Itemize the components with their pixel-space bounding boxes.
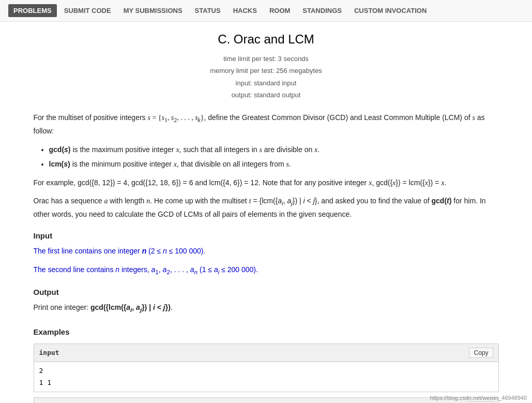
input-line-2: 1 1 [39, 377, 493, 389]
input-type: input: standard input [34, 77, 499, 89]
input-example-content: 2 1 1 [34, 362, 498, 391]
input-description-2: The second line contains n integers, a1,… [34, 264, 499, 277]
nav-my-submissions[interactable]: MY SUBMISSIONS [118, 4, 188, 17]
problem-meta: time limit per test: 3 seconds memory li… [34, 53, 499, 101]
input-example-box: input Copy 2 1 1 [34, 344, 499, 392]
output-example-label: output [39, 401, 64, 403]
main-content: C. Orac and LCM time limit per test: 3 s… [13, 22, 520, 403]
input-copy-button[interactable]: Copy [469, 348, 493, 358]
output-description: Print one integer: gcd({lcm({ai, aj}) | … [34, 302, 499, 315]
gcd-definition: gcd(s) is the maximum positive integer x… [49, 144, 499, 156]
output-type: output: standard output [34, 89, 499, 101]
nav-custom-invocation[interactable]: CUSTOM INVOCATION [349, 4, 432, 17]
nav-submit-code[interactable]: SUBMIT CODE [59, 4, 116, 17]
input-section-title: Input [34, 229, 499, 243]
input-line-1: 2 [39, 365, 493, 377]
problem-statement: Orac has a sequence a with length n. He … [34, 195, 499, 220]
nav-hacks[interactable]: HACKS [228, 4, 262, 17]
memory-limit: memory limit per test: 256 megabytes [34, 65, 499, 77]
problem-title: C. Orac and LCM [34, 32, 499, 47]
example-paragraph: For example, gcd({8, 12}) = 4, gcd({12, … [34, 177, 499, 189]
navigation-bar: PROBLEMS SUBMIT CODE MY SUBMISSIONS STAT… [0, 0, 532, 22]
definition-list: gcd(s) is the maximum positive integer x… [49, 144, 499, 171]
output-example-header: output Copy [34, 398, 498, 403]
output-example-box: output Copy 1 [34, 397, 499, 403]
nav-problems[interactable]: PROBLEMS [8, 4, 57, 17]
output-section-title: Output [34, 286, 499, 299]
input-example-label: input [39, 347, 59, 359]
examples-title: Examples [34, 325, 499, 339]
intro-paragraph: For the multiset of positive integers s … [34, 112, 499, 138]
nav-standings[interactable]: STANDINGS [297, 4, 347, 17]
nav-status[interactable]: STATUS [190, 4, 226, 17]
input-example-header: input Copy [34, 344, 498, 362]
problem-body: For the multiset of positive integers s … [34, 112, 499, 403]
footer-link: https://blog.csdn.net/weixin_46948940 [430, 395, 527, 401]
lcm-definition: lcm(s) is the minimum positive integer x… [49, 158, 499, 171]
input-description-1: The first line contains one integer n (2… [34, 245, 499, 258]
time-limit: time limit per test: 3 seconds [34, 53, 499, 65]
nav-room[interactable]: ROOM [264, 4, 295, 17]
